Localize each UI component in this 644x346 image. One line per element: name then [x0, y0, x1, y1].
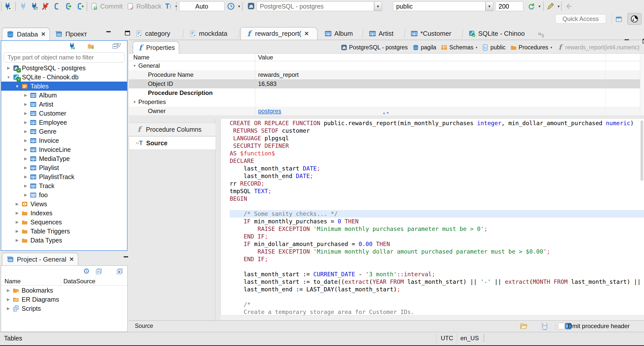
project-item-scripts[interactable]: ▶Scripts: [1, 304, 127, 313]
close-icon[interactable]: ✕: [304, 30, 309, 37]
maximize-icon[interactable]: [124, 30, 131, 37]
tree-item-artist[interactable]: ▶Artist: [1, 100, 127, 109]
editor-tab-mockdata[interactable]: mockdata: [185, 27, 238, 40]
new-folder-icon[interactable]: [87, 42, 95, 50]
tab-project-general[interactable]: Project - General ✕: [2, 253, 78, 266]
collapse-arrow-icon[interactable]: ▼: [5, 75, 12, 79]
grid-header-name[interactable]: Name: [129, 54, 255, 61]
tree-item-employee[interactable]: ▶Employee: [1, 118, 127, 127]
disconnect-button[interactable]: [41, 1, 49, 11]
tab-overflow-button[interactable]: »5: [538, 30, 544, 39]
chevron-down-icon[interactable]: ▾: [550, 46, 552, 49]
property-row-properties[interactable]: ▼Properties: [129, 97, 644, 107]
connect-button[interactable]: [19, 1, 27, 11]
expand-all-icon[interactable]: [116, 268, 124, 275]
expand-arrow-icon[interactable]: ▶: [22, 120, 29, 125]
code-vscrollbar[interactable]: [640, 120, 643, 181]
connection-combo-arrow[interactable]: ▼: [374, 2, 382, 11]
expand-arrow-icon[interactable]: ▶: [13, 220, 21, 224]
breadcrumb-public[interactable]: public: [482, 44, 505, 51]
omit-header-checkbox[interactable]: [558, 323, 565, 329]
schema-combo-arrow[interactable]: ▼: [486, 2, 493, 11]
tree-item-playlisttrack[interactable]: ▶PlaylistTrack: [1, 172, 127, 181]
expand-arrow-icon[interactable]: ▶: [5, 66, 12, 70]
close-icon[interactable]: ✕: [69, 256, 74, 263]
commit-mode-button[interactable]: [64, 1, 72, 11]
breadcrumb-pagila[interactable]: pagila: [412, 44, 436, 51]
tree-item-album[interactable]: ▶Album: [1, 91, 127, 100]
expand-arrow-icon[interactable]: ▶: [13, 238, 21, 243]
tab-properties[interactable]: f Properties: [133, 41, 179, 54]
property-row-general[interactable]: ▼General: [129, 61, 644, 70]
tree-item-foo[interactable]: ▶foo: [1, 190, 127, 199]
reconnect-button[interactable]: [30, 1, 38, 11]
tree-item-invoice[interactable]: ▶Invoice: [1, 136, 127, 145]
maximize-icon[interactable]: [642, 38, 644, 45]
subtab-source[interactable]: ‹›TSource: [129, 136, 215, 150]
quick-access-input[interactable]: [555, 14, 606, 24]
editor-tab-sqlite-chinoo[interactable]: SQLite - Chinoo: [464, 27, 536, 40]
breadcrumb-schemas[interactable]: Schemas▾: [441, 44, 477, 51]
tree-filter-input[interactable]: [4, 52, 125, 62]
expand-arrow-icon[interactable]: ▶: [22, 93, 29, 97]
tab-database-navigator[interactable]: Databa ✕: [2, 28, 50, 41]
tree-item-indexes[interactable]: ▶Indexes: [1, 209, 127, 218]
new-connection-button[interactable]: [4, 1, 12, 11]
editor-tab-customer[interactable]: *Customer: [406, 27, 461, 40]
schema-combo[interactable]: public: [393, 2, 486, 11]
collapse-section-icon[interactable]: ▲▼: [382, 111, 390, 115]
status-timezone[interactable]: UTC: [441, 335, 453, 342]
auto-commit-combo[interactable]: Auto: [179, 2, 224, 11]
tree-item-views[interactable]: ▶Views: [1, 199, 127, 209]
project-item-bookmarks[interactable]: ▶★Bookmarks: [1, 286, 127, 295]
code-hscrollbar[interactable]: [220, 315, 644, 320]
expand-arrow-icon[interactable]: ▶: [22, 138, 29, 143]
breadcrumb-procedures[interactable]: Procedures▾: [510, 44, 552, 51]
tree-item-mediatype[interactable]: ▶MediaType: [1, 154, 127, 163]
tree-item-customer[interactable]: ▶Customer: [1, 109, 127, 118]
dbeaver-perspective-button[interactable]: [627, 13, 641, 25]
expand-arrow-icon[interactable]: ▶: [13, 202, 21, 206]
status-locale[interactable]: en_US: [460, 335, 479, 342]
tree-item-tables[interactable]: ▼Tables: [1, 82, 127, 91]
expand-arrow-icon[interactable]: ▶: [22, 156, 29, 161]
tree-item-genre[interactable]: ▶Genre: [1, 127, 127, 136]
expand-arrow-icon[interactable]: ▶: [5, 306, 12, 311]
expand-arrow-icon[interactable]: ▶: [22, 193, 29, 197]
editor-tab-artist[interactable]: Artist: [364, 27, 404, 40]
new-connection-small-icon[interactable]: [68, 42, 76, 50]
fetch-size-input[interactable]: [495, 2, 523, 11]
property-row-procedure-name[interactable]: Procedure Namerewards_report: [129, 70, 644, 79]
collapse-arrow-icon[interactable]: ▼: [13, 84, 21, 88]
connection-combo[interactable]: PostgreSQL - postgres: [257, 2, 374, 11]
property-row-object-id[interactable]: Object ID16,583: [129, 79, 644, 88]
editor-tab-rewards-report[interactable]: frewards_report(✕: [240, 27, 317, 40]
expand-arrow-icon[interactable]: ▶: [22, 165, 29, 170]
gear-icon[interactable]: ⚙: [83, 267, 90, 275]
tree-item-playlist[interactable]: ▶Playlist: [1, 163, 127, 172]
back-button[interactable]: [565, 1, 573, 11]
column-header-name[interactable]: Name: [5, 278, 21, 285]
breadcrumb-postgresql-postgres[interactable]: PostgreSQL - postgres: [341, 44, 408, 51]
open-perspective-button[interactable]: ✦: [615, 15, 623, 25]
expand-arrow-icon[interactable]: ▶: [13, 229, 21, 233]
magic-wand-button[interactable]: ▼: [546, 1, 560, 11]
subtab-procedure-columns[interactable]: fProcedure Columns: [129, 123, 215, 136]
expand-arrow-icon[interactable]: ▶: [22, 147, 29, 152]
open-file-icon[interactable]: [520, 322, 528, 330]
close-icon[interactable]: ✕: [41, 31, 46, 38]
breadcrumb-rewards-report-int4-numeric[interactable]: frewards_report(int4,numeric): [557, 44, 639, 51]
expand-arrow-icon[interactable]: ▶: [22, 184, 29, 188]
view-menu-icon[interactable]: ▽: [117, 42, 121, 48]
commit-button[interactable]: Commit: [90, 1, 123, 11]
grid-header-value[interactable]: Value: [255, 54, 273, 61]
tree-item-data-types[interactable]: ▶Data Types: [1, 236, 127, 245]
collapse-all-icon[interactable]: [95, 268, 103, 275]
collapse-arrow-icon[interactable]: ▼: [129, 100, 138, 104]
tab-projects[interactable]: Проект: [51, 28, 91, 40]
transaction-mode-button[interactable]: [53, 1, 61, 11]
new-transaction-button[interactable]: [76, 1, 84, 11]
project-item-er-diagrams[interactable]: ▶ER Diagrams: [1, 295, 127, 304]
expand-arrow-icon[interactable]: ▶: [5, 297, 12, 302]
expand-arrow-icon[interactable]: ▶: [22, 175, 29, 179]
